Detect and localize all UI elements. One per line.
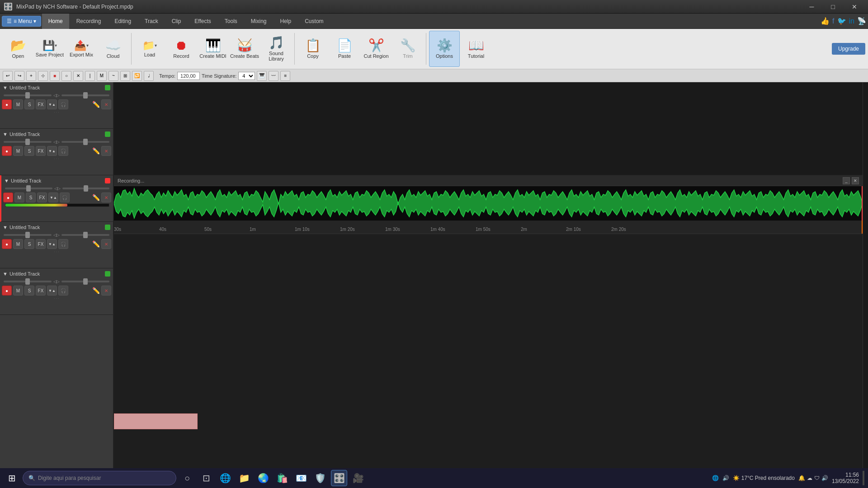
track-edit-icon[interactable]: ✏️ <box>92 194 100 201</box>
track-volume-slider[interactable] <box>5 188 52 189</box>
sound-library-button[interactable]: 🎵 Sound Library <box>261 31 292 67</box>
track-fx-button[interactable]: FX <box>36 286 46 296</box>
taskbar-search[interactable]: 🔍 Digite aqui para pesquisar <box>23 471 176 485</box>
track-solo-button[interactable]: S <box>26 192 36 202</box>
track-remove-button[interactable]: ✕ <box>101 192 111 202</box>
facebook-icon[interactable]: f <box>832 17 834 25</box>
tab-track[interactable]: Track <box>138 14 165 29</box>
track-record-button[interactable]: ● <box>2 286 12 296</box>
tempo-input[interactable] <box>177 72 200 80</box>
track-solo-button[interactable]: S <box>24 99 34 109</box>
taskbar-mail[interactable]: 📧 <box>293 470 309 486</box>
track-solo-button[interactable]: S <box>24 239 34 249</box>
track-collapse-icon[interactable]: ▼ <box>4 178 9 183</box>
fade-button[interactable]: ~ <box>108 71 118 81</box>
track-edit-icon[interactable]: ✏️ <box>92 101 100 108</box>
create-beats-button[interactable]: 🥁 Create Beats <box>229 31 260 67</box>
track-record-button[interactable]: ● <box>2 239 12 249</box>
options-button[interactable]: ⚙️ Options <box>429 31 460 67</box>
track-collapse-icon[interactable]: ▼ <box>3 85 8 90</box>
clip-region-block[interactable] <box>114 413 198 429</box>
banner-minimize-btn[interactable]: _ <box>843 177 850 184</box>
time-sig-select[interactable]: 4 3 6 <box>238 72 255 80</box>
vertical-scrollbar[interactable] <box>863 82 868 474</box>
taskbar-mixpad[interactable]: 🎛️ <box>331 470 347 486</box>
cloud-button[interactable]: ☁️ Cloud <box>98 31 128 67</box>
track-mute-button[interactable]: M <box>14 192 24 202</box>
track-fx-button[interactable]: FX <box>36 239 46 249</box>
track-collapse-icon[interactable]: ▼ <box>3 225 8 230</box>
open-button[interactable]: 📂 Open <box>3 31 33 67</box>
taskbar-chrome[interactable]: 🌏 <box>255 470 271 486</box>
track-mute-button[interactable]: M <box>13 286 23 296</box>
taskbar-cortana[interactable]: ○ <box>179 470 195 486</box>
track-mute-button[interactable]: M <box>13 239 23 249</box>
banner-close-btn[interactable]: ✕ <box>852 177 859 184</box>
linkedin-icon[interactable]: in <box>849 17 854 25</box>
tab-help[interactable]: Help <box>274 14 298 29</box>
volume-icon[interactable]: 🔊 <box>722 475 729 481</box>
track-mute-button[interactable]: M <box>13 99 23 109</box>
track-pan-slider[interactable] <box>62 188 110 189</box>
undo-button[interactable]: ↩ <box>3 71 13 81</box>
track-record-button[interactable]: ● <box>2 146 12 156</box>
show-desktop-button[interactable] <box>863 471 864 485</box>
waveform-display[interactable]: // This gets rendered by the SVG inline <box>114 186 863 221</box>
create-midi-button[interactable]: 🎹 Create MIDI <box>198 31 228 67</box>
split-button[interactable]: | <box>85 71 95 81</box>
track-headphones-button[interactable]: 🎧 <box>60 192 70 202</box>
track-remove-button[interactable]: ✕ <box>101 146 111 156</box>
trim-button[interactable]: 🔧 Trim <box>392 31 423 67</box>
tab-custom[interactable]: Custom <box>298 14 330 29</box>
tab-tools[interactable]: Tools <box>218 14 244 29</box>
track-edit-icon[interactable]: ✏️ <box>92 147 100 155</box>
track-expand-button[interactable]: ▼▲ <box>48 192 58 202</box>
start-button[interactable]: ⊞ <box>4 470 20 486</box>
taskbar-edge[interactable]: 🌐 <box>217 470 233 486</box>
track-remove-button[interactable]: ✕ <box>101 286 111 296</box>
upgrade-button[interactable]: Upgrade <box>832 43 865 55</box>
track-remove-button[interactable]: ✕ <box>101 239 111 249</box>
track-volume-slider[interactable] <box>4 281 52 282</box>
track-fx-button[interactable]: FX <box>36 146 46 156</box>
tab-home[interactable]: Home <box>42 14 69 29</box>
taskbar-video[interactable]: 🎥 <box>350 470 366 486</box>
tab-mixing[interactable]: Mixing <box>245 14 273 29</box>
tab-editing[interactable]: Editing <box>108 14 137 29</box>
minimize-button[interactable]: ─ <box>802 0 822 14</box>
settings2-button[interactable]: ≡ <box>280 71 290 81</box>
track-volume-slider[interactable] <box>4 94 52 96</box>
track-headphones-button[interactable]: 🎧 <box>58 99 68 109</box>
waveform-button[interactable]: 〰 <box>269 71 278 81</box>
twitter-icon[interactable]: 🐦 <box>837 17 846 25</box>
tab-effects[interactable]: Effects <box>188 14 217 29</box>
track-expand-button[interactable]: ▼▲ <box>47 146 57 156</box>
paste-button[interactable]: 📄 Paste <box>329 31 360 67</box>
cut-region-button[interactable]: ✂️ Cut Region <box>361 31 392 67</box>
track-solo-button[interactable]: S <box>24 146 34 156</box>
track-record-button[interactable]: ● <box>3 192 13 202</box>
zoom-in-button[interactable]: ■ <box>50 71 60 81</box>
taskbar-taskview[interactable]: ⊡ <box>198 470 214 486</box>
track-volume-slider[interactable] <box>4 141 52 143</box>
thumbs-up-icon[interactable]: 👍 <box>821 17 830 25</box>
track-remove-button[interactable]: ✕ <box>101 99 111 109</box>
track-edit-icon[interactable]: ✏️ <box>92 287 100 294</box>
taskbar-explorer[interactable]: 📁 <box>236 470 252 486</box>
track-volume-slider[interactable] <box>4 234 52 236</box>
delete-button[interactable]: ✕ <box>73 71 83 81</box>
taskbar-store[interactable]: 🛍️ <box>274 470 290 486</box>
track-collapse-icon[interactable]: ▼ <box>3 271 8 277</box>
track-collapse-icon[interactable]: ▼ <box>3 131 8 137</box>
track-record-button[interactable]: ● <box>2 99 12 109</box>
tutorial-button[interactable]: 📖 Tutorial <box>461 31 491 67</box>
add-track-button[interactable]: + <box>26 71 36 81</box>
metronome-button[interactable]: ♩ <box>144 71 154 81</box>
track-edit-icon[interactable]: ✏️ <box>92 240 100 248</box>
track-pan-slider[interactable] <box>61 94 109 96</box>
close-button[interactable]: ✕ <box>844 0 864 14</box>
load-button[interactable]: 📁 ▾ Load <box>134 31 165 67</box>
snap-button[interactable]: ⊞ <box>120 71 130 81</box>
track-pan-slider[interactable] <box>61 141 109 143</box>
track-fx-button[interactable]: FX <box>37 192 47 202</box>
